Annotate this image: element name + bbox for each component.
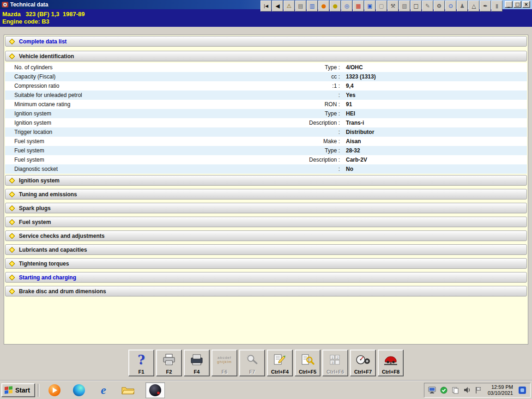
diamond-icon <box>9 39 15 44</box>
section-brake-disc-and-drum-dimensions[interactable]: Brake disc and drum dimensions <box>5 286 527 296</box>
row-label: No. of cylinders <box>14 64 53 71</box>
document-icon[interactable]: ▤ <box>295 0 306 12</box>
component-icon[interactable]: ▢ <box>376 0 387 12</box>
section-label: Ignition system <box>19 177 60 184</box>
previous-record-icon[interactable]: ◀ <box>272 0 283 12</box>
display-icon[interactable] <box>428 386 436 394</box>
section-label: Service checks and adjustments <box>19 233 104 239</box>
fn-label: F2 <box>166 369 172 375</box>
antivirus-icon[interactable] <box>440 386 448 394</box>
section-spark-plugs[interactable]: Spark plugs <box>5 203 527 213</box>
row-qualifier: Description : <box>309 157 340 163</box>
section-fuel-system[interactable]: Fuel system <box>5 217 527 227</box>
section-lubricants-and-capacities[interactable]: Lubricants and capacities <box>5 244 527 255</box>
table-row: Diagnostic socket: No <box>5 164 527 174</box>
section-service-checks-and-adjustments[interactable]: Service checks and adjustments <box>5 230 527 241</box>
quick-launch: e <box>48 382 165 398</box>
document-search-button[interactable]: Ctrl+F5 <box>295 350 320 376</box>
restore-button[interactable]: □ <box>514 1 521 8</box>
row-value: Trans-i <box>340 120 364 126</box>
repair-times-icon[interactable]: ▦ <box>353 0 364 12</box>
window-icon[interactable]: □ <box>411 0 422 12</box>
notes-button[interactable]: Ctrl+F4 <box>267 350 293 376</box>
volume-icon[interactable] <box>463 386 471 394</box>
fn-label: Ctrl+F7 <box>354 369 372 375</box>
print-data-button[interactable]: F4 <box>184 350 210 376</box>
tray-clock[interactable]: 12:59 PM 03/10/2021 <box>486 384 515 396</box>
help-button[interactable]: ? F1 <box>128 350 154 376</box>
info-icon[interactable]: ◎ <box>341 0 352 12</box>
content-panel: Complete data list Vehicle identificatio… <box>4 35 528 345</box>
car-lift-button[interactable]: Ctrl+F8 <box>378 350 404 376</box>
fn-label: F6 <box>222 369 228 375</box>
system-tray: 12:59 PM 03/10/2021 <box>424 383 531 398</box>
svg-text:1: 1 <box>332 356 334 360</box>
fn-label: Ctrl+F4 <box>271 369 289 375</box>
function-bar: ? F1 F2 F4 abcdefghijklm F6 F7 Ctrl+F4 C… <box>0 350 532 376</box>
diagnostics-icon[interactable]: ▧ <box>399 0 410 12</box>
section-tuning-and-emissions[interactable]: Tuning and emissions <box>5 189 527 200</box>
tool-icon[interactable]: ✒ <box>480 0 491 12</box>
web-icon[interactable]: ● <box>330 0 341 12</box>
table-row: Fuel systemMake : Aisan <box>5 137 527 146</box>
hazard-icon[interactable]: △ <box>468 0 479 12</box>
first-record-icon[interactable]: |◀ <box>260 0 272 12</box>
diamond-icon <box>9 54 15 59</box>
row-label: Fuel system <box>14 138 44 145</box>
vehicle-name: Mazda 323 (BF) 1,3 1987-89 <box>2 11 530 18</box>
car-lift-icon <box>383 351 398 368</box>
engine-code: Engine code: B3 <box>2 18 530 25</box>
row-value: Aisan <box>340 138 361 145</box>
search-icon[interactable]: ⊙ <box>445 0 456 12</box>
database-icon[interactable]: ▣ <box>364 0 375 12</box>
top-toolbar: |◀ ◀ ⚠ ▤ ▥ ● ● ◎ ▦ ▣ ▢ ⚒ ▧ □ ✎ ⚙ ⊙ ♟ △ ✒… <box>260 0 502 12</box>
warning-icon[interactable]: ⚠ <box>284 0 295 12</box>
section-label: Fuel system <box>19 219 51 225</box>
glossary-button[interactable]: abcdefghijklm F6 <box>212 350 237 376</box>
gauges-button[interactable]: Ctrl+F7 <box>350 350 376 376</box>
gear-icon[interactable]: ⚙ <box>434 0 445 12</box>
start-label: Start <box>15 387 30 394</box>
minimize-button[interactable]: _ <box>505 1 513 8</box>
print-queue-icon[interactable] <box>451 386 459 394</box>
section-starting-and-charging[interactable]: Starting and charging <box>5 272 527 283</box>
media-player-icon[interactable] <box>48 382 61 398</box>
internet-explorer-icon[interactable]: e <box>97 382 110 398</box>
section-tightening-torques[interactable]: Tightening torques <box>5 258 527 269</box>
section-complete-data-list[interactable]: Complete data list <box>5 36 527 47</box>
table-row: Ignition systemType : HEI <box>5 109 527 118</box>
row-value: 91 <box>340 101 352 108</box>
globe-icon[interactable]: ● <box>318 0 329 12</box>
section-vehicle-identification[interactable]: Vehicle identification <box>5 51 527 61</box>
app-icon <box>2 1 8 8</box>
print-button[interactable]: F2 <box>156 350 182 376</box>
chart-icon[interactable]: ▥ <box>307 0 318 12</box>
tray-utility-icon[interactable] <box>518 386 526 394</box>
section-label: Spark plugs <box>19 205 51 212</box>
wrench-icon[interactable]: ⚒ <box>387 0 399 12</box>
user-icon[interactable]: ♟ <box>457 0 468 12</box>
stats-icon[interactable]: ▮ <box>491 0 502 12</box>
table-row: Suitable for unleaded petrol: Yes <box>5 91 527 100</box>
table-row: No. of cylindersType : 4/OHC <box>5 63 527 72</box>
section-label: Tuning and emissions <box>19 191 77 198</box>
file-explorer-icon[interactable] <box>121 382 135 398</box>
diamond-icon <box>9 206 15 211</box>
row-label: Ignition system <box>14 120 51 126</box>
edge-icon[interactable] <box>72 382 86 398</box>
close-button[interactable]: × <box>522 1 530 8</box>
numeric-data-button[interactable]: 123 Ctrl+F6 <box>322 350 348 376</box>
start-button[interactable]: Start <box>1 383 35 397</box>
fn-label: Ctrl+F6 <box>326 369 344 375</box>
row-label: Fuel system <box>14 157 44 163</box>
diamond-icon <box>9 261 15 266</box>
section-ignition-system[interactable]: Ignition system <box>5 175 527 186</box>
vehicle-header: Mazda 323 (BF) 1,3 1987-89 Engine code: … <box>0 9 532 27</box>
diamond-icon <box>9 289 15 294</box>
row-label: Ignition system <box>14 110 51 117</box>
search-key-button[interactable]: F7 <box>239 350 265 376</box>
section-label: Vehicle identification <box>19 53 74 60</box>
pen-icon[interactable]: ✎ <box>422 0 433 12</box>
autodata-icon[interactable] <box>145 382 165 398</box>
input-indicator-icon[interactable] <box>474 386 483 394</box>
